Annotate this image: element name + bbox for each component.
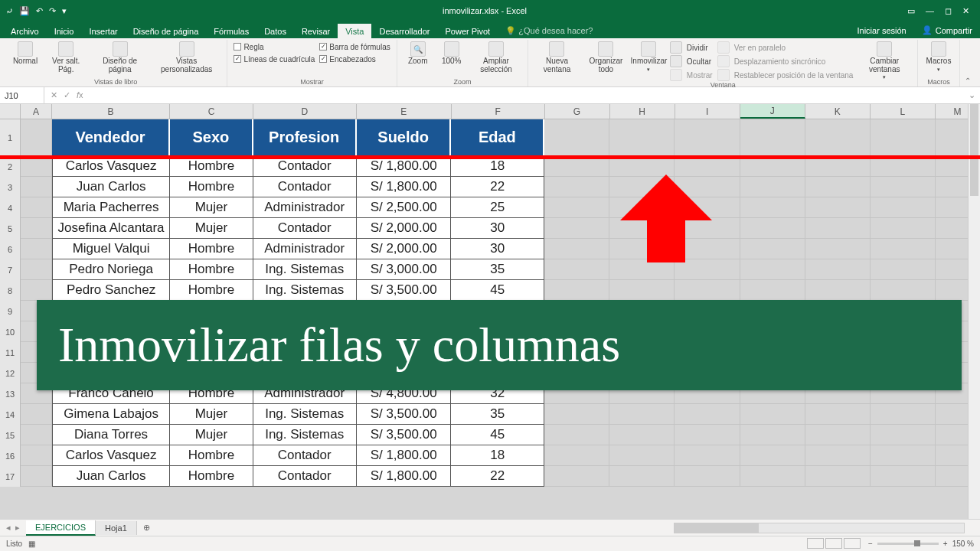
cell[interactable] xyxy=(740,156,805,177)
headings-checkbox[interactable]: ✓Encabezados xyxy=(319,54,390,64)
col-header-E[interactable]: E xyxy=(357,104,452,119)
cell[interactable] xyxy=(805,466,871,487)
zoom-100-button[interactable]: 100% xyxy=(437,41,466,66)
maximize-icon[interactable]: ◻ xyxy=(945,6,952,16)
cell[interactable]: S/ 2,000.00 xyxy=(357,239,452,259)
tab-review[interactable]: Revisar xyxy=(294,24,338,38)
cell[interactable]: Ing. Sistemas xyxy=(253,425,357,445)
cell[interactable]: S/ 1,800.00 xyxy=(357,445,452,466)
cell[interactable]: 45 xyxy=(451,280,544,301)
cell[interactable]: S/ 1,800.00 xyxy=(357,466,452,487)
cell[interactable] xyxy=(871,404,936,425)
cell[interactable] xyxy=(675,404,740,425)
col-header-H[interactable]: H xyxy=(610,104,675,119)
cell[interactable] xyxy=(544,445,609,466)
unhide-button[interactable]: Mostrar xyxy=(670,69,713,81)
cell[interactable] xyxy=(871,156,936,177)
enter-formula-icon[interactable]: ✓ xyxy=(64,90,70,100)
row-header-15[interactable]: 15 xyxy=(0,425,21,445)
gridlines-checkbox[interactable]: ✓Líneas de cuadrícula xyxy=(234,54,315,64)
close-icon[interactable]: ✕ xyxy=(962,6,969,16)
header-cell[interactable]: Vendedor xyxy=(52,119,171,155)
cell[interactable] xyxy=(609,156,675,177)
cell[interactable]: Pedro Sanchez xyxy=(52,280,171,301)
zoom-level[interactable]: 150 % xyxy=(952,540,974,548)
zoom-button[interactable]: 🔍Zoom xyxy=(403,41,433,66)
macro-record-icon[interactable]: ▦ xyxy=(28,540,35,548)
col-header-C[interactable]: C xyxy=(170,104,253,119)
cell[interactable] xyxy=(544,239,609,259)
cell[interactable]: Mujer xyxy=(170,404,253,425)
cell[interactable]: Ing. Sistemas xyxy=(253,280,357,301)
normal-view-button[interactable]: Normal xyxy=(11,41,40,66)
cell[interactable] xyxy=(805,218,871,239)
cell[interactable] xyxy=(740,197,805,218)
new-window-button[interactable]: Nueva ventana xyxy=(534,41,579,73)
cell[interactable] xyxy=(609,280,675,301)
cell[interactable] xyxy=(805,259,871,280)
cell[interactable]: 30 xyxy=(451,239,544,259)
tab-data[interactable]: Datos xyxy=(256,24,294,38)
tell-me[interactable]: 💡 ¿Qué desea hacer? xyxy=(498,23,600,38)
cell[interactable]: Juan Carlos xyxy=(52,466,171,487)
row-header-3[interactable]: 3 xyxy=(0,177,21,197)
cell[interactable]: S/ 2,500.00 xyxy=(357,197,452,218)
row-header-10[interactable]: 10 xyxy=(0,321,21,342)
cell[interactable] xyxy=(544,280,609,301)
cell[interactable] xyxy=(871,239,936,259)
sync-scroll-button[interactable]: Desplazamiento sincrónico xyxy=(717,55,854,67)
cell[interactable]: 45 xyxy=(451,425,544,445)
cell[interactable] xyxy=(805,177,871,197)
cell[interactable]: 18 xyxy=(451,445,544,466)
cell[interactable] xyxy=(675,280,740,301)
cell[interactable]: Ing. Sistemas xyxy=(253,259,357,280)
cell[interactable]: Contador xyxy=(253,218,357,239)
col-header-I[interactable]: I xyxy=(675,104,740,119)
cell[interactable] xyxy=(544,259,609,280)
view-shortcuts[interactable] xyxy=(805,538,861,550)
custom-views-button[interactable]: Vistas personalizadas xyxy=(152,41,220,73)
name-box[interactable]: J10 xyxy=(0,87,44,103)
row-header-12[interactable]: 12 xyxy=(0,363,21,383)
arrange-all-button[interactable]: Organizar todo xyxy=(584,41,628,73)
cell[interactable] xyxy=(544,404,609,425)
ruler-checkbox[interactable]: Regla xyxy=(234,41,315,52)
cell[interactable] xyxy=(544,156,609,177)
row-header-8[interactable]: 8 xyxy=(0,280,21,301)
vertical-scrollbar[interactable] xyxy=(968,104,980,519)
minimize-icon[interactable]: — xyxy=(926,6,934,15)
cell[interactable] xyxy=(544,197,609,218)
cell[interactable] xyxy=(544,466,609,487)
col-header-G[interactable]: G xyxy=(545,104,610,119)
cell[interactable]: 35 xyxy=(451,259,544,280)
cell[interactable]: Administrador xyxy=(253,239,357,259)
cell[interactable]: Hombre xyxy=(170,177,253,197)
zoom-selection-button[interactable]: Ampliar selección xyxy=(471,41,522,73)
cell[interactable]: Hombre xyxy=(170,259,253,280)
row-header-5[interactable]: 5 xyxy=(0,218,21,239)
cell[interactable] xyxy=(871,218,936,239)
side-by-side-button[interactable]: Ver en paralelo xyxy=(717,41,854,54)
sheet-nav-next-icon[interactable]: ▸ xyxy=(15,523,20,533)
cell[interactable] xyxy=(805,404,871,425)
cell[interactable] xyxy=(805,156,871,177)
cell[interactable]: Mujer xyxy=(170,218,253,239)
ribbon-options-icon[interactable]: ▭ xyxy=(907,6,915,16)
zoom-in-icon[interactable]: + xyxy=(943,540,948,548)
cell[interactable] xyxy=(740,404,805,425)
autosave-icon[interactable]: ⤾ xyxy=(6,6,13,16)
cell[interactable] xyxy=(609,445,675,466)
reset-position-button[interactable]: Restablecer posición de la ventana xyxy=(717,69,854,81)
cell[interactable] xyxy=(675,445,740,466)
worksheet-grid[interactable]: ABCDEFGHIJKLM 1VendedorSexoProfesionSuel… xyxy=(0,104,980,519)
cell[interactable]: Josefina Alcantara xyxy=(52,218,171,239)
cell[interactable] xyxy=(740,280,805,301)
cell[interactable]: Contador xyxy=(253,156,357,177)
cell[interactable] xyxy=(805,280,871,301)
cell[interactable] xyxy=(675,466,740,487)
fx-icon[interactable]: fx xyxy=(77,90,83,100)
cell[interactable] xyxy=(740,259,805,280)
cell[interactable]: Diana Torres xyxy=(52,425,171,445)
cell[interactable] xyxy=(675,156,740,177)
redo-icon[interactable]: ↷ xyxy=(49,6,56,16)
